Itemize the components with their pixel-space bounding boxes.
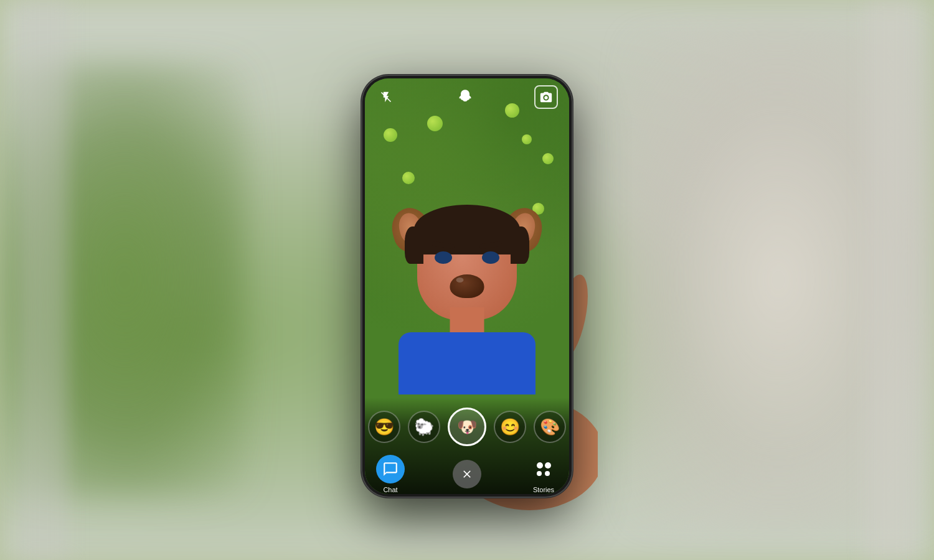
face [417,214,517,320]
filter-row: 😎 🐑 🐶 😊 🎨 [368,408,566,446]
hair-side-left [405,226,423,264]
flash-icon[interactable] [376,87,396,107]
stories-label: Stories [533,486,554,493]
filter-sheep[interactable]: 🐑 [408,411,440,443]
stories-icon [529,455,558,483]
hair-top [414,205,520,254]
lime-5 [522,134,532,144]
close-filter-button[interactable] [453,460,481,488]
story-dot-4 [545,471,550,476]
camera-view: 😎 🐑 🐶 😊 🎨 [365,78,569,494]
snapchat-ghost-icon[interactable] [455,87,475,107]
scene: 😎 🐑 🐶 😊 🎨 [0,0,934,560]
eye-left [435,251,452,264]
hand-phone-container: 😎 🐑 🐶 😊 🎨 [336,31,598,541]
filter-sunglasses[interactable]: 😎 [368,411,400,443]
phone-frame: 😎 🐑 🐶 😊 🎨 [361,75,573,498]
lime-1 [384,128,397,142]
chat-label: Chat [383,486,397,493]
filter-dog[interactable]: 🐶 [448,408,486,446]
chat-icon [382,461,399,477]
story-dot-1 [537,462,543,469]
lime-4 [402,172,415,184]
flip-camera-icon[interactable] [534,85,558,109]
hair-side-right [511,226,529,264]
chat-button[interactable]: Chat [376,455,405,493]
phone-screen: 😎 🐑 🐶 😊 🎨 [365,78,569,494]
filter-art[interactable]: 🎨 [534,411,566,443]
lime-3 [427,116,443,131]
story-dot-2 [545,462,551,469]
bottom-bar: 😎 🐑 🐶 😊 🎨 [365,398,569,494]
stories-dots [537,462,551,476]
person-with-dog-filter [399,220,535,394]
stories-button[interactable]: Stories [529,455,558,493]
camera-top-bar [365,78,569,116]
dog-nose-filter [450,274,484,298]
chat-icon-circle [376,455,405,483]
close-icon [461,468,473,480]
lime-2 [542,153,554,164]
blue-shirt [399,332,535,394]
story-dot-3 [537,471,542,476]
eye-right [482,251,499,264]
action-row: Chat [365,455,569,493]
filter-cute[interactable]: 😊 [494,411,526,443]
